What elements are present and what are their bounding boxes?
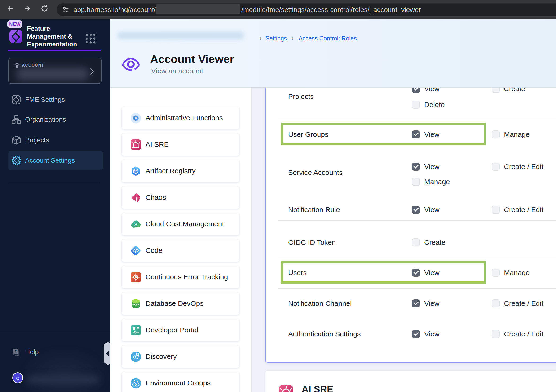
svg-text:!: ! bbox=[285, 391, 287, 392]
svg-text:!: ! bbox=[135, 143, 137, 147]
svg-text:?: ? bbox=[15, 349, 16, 353]
svg-text:$: $ bbox=[134, 222, 137, 227]
